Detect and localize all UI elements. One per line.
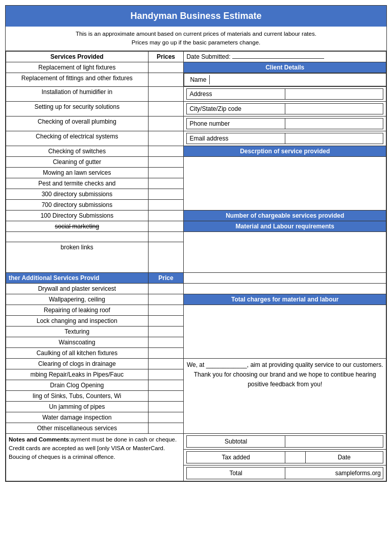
row-gutter: Cleaning of gutter [6,156,386,167]
service-100dir: 100 Directory Submissions [6,210,149,221]
description-header: Descrption of service provided [184,146,386,156]
service-wainscoating: Wainscoating [6,337,149,347]
client-details-header: Client Details [184,62,386,73]
city-value[interactable] [285,103,383,114]
service-300dir: 300 directory submissions [6,189,149,199]
price-pest[interactable] [148,178,184,189]
row-roof: Repairing of leaking roof [6,305,386,315]
service-clogs: Clearing of clogs in drainage [6,358,149,369]
phone-value[interactable] [285,118,383,129]
address-value[interactable] [285,88,383,99]
service-plumbing: Checking of overall plumbing [6,116,149,131]
subtotal-label: Subtotal [187,435,285,447]
price-plumbing[interactable] [148,116,184,131]
service-unjam: Un jamming of pipes [6,401,149,412]
service-water-damage: Water damage inspection [6,412,149,423]
price-light-fixtures[interactable] [148,62,184,73]
price-misc[interactable] [148,423,184,433]
row-fittings: Replacement of fittings and other fixtur… [6,73,386,86]
tax-cell: Tax added Date [184,449,386,465]
price-lock[interactable] [148,315,184,326]
price-plumbing-repair[interactable] [148,369,184,380]
price-switches[interactable] [148,146,184,156]
price-mowing[interactable] [148,167,184,178]
price-empty[interactable] [148,231,184,242]
price-clogs[interactable] [148,358,184,369]
email-value[interactable] [285,133,383,144]
price-100dir[interactable] [148,210,184,221]
client-name-row: Name [184,73,386,86]
price-social[interactable] [148,221,184,231]
notes-label: Notes and Comments [9,436,69,442]
price-drain[interactable] [148,380,184,390]
price-broken-links[interactable] [148,242,184,272]
service-security: Setting up for security solutions [6,101,149,116]
service-light-fixtures: Replacement of light fixtures [6,62,149,73]
client-address-row: Address [184,86,386,101]
tax-value[interactable] [285,451,305,463]
service-gutter: Cleaning of gutter [6,156,149,167]
row-security: Setting up for security solutions City/S… [6,101,386,116]
price-texturing[interactable] [148,326,184,337]
price-fittings[interactable] [148,73,184,86]
prices-column-header: Prices [148,51,184,62]
service-electrical: Checking of electrical systems [6,131,149,146]
chargeable-header: Number of chargeable services provided [184,210,386,221]
tax-label: Tax added [187,451,285,463]
price-drywall[interactable] [148,283,184,294]
date-submitted-cell: Date Submitted: [184,51,386,62]
price-water-damage[interactable] [148,412,184,423]
row-plumbing: Checking of overall plumbing Phone numbe… [6,116,386,131]
price-wallpaper[interactable] [148,294,184,305]
column-header-row: Services Provided Prices Date Submitted: [6,51,386,62]
price-caulking[interactable] [148,347,184,358]
page-title: Handyman Business Estimate [6,6,386,27]
additional-services-header: ther Additional Services Provid [6,272,149,283]
description-area[interactable] [184,156,386,210]
price-humidifier[interactable] [148,86,184,101]
row-clogs: Clearing of clogs in drainage We, at ___… [6,358,386,369]
service-wallpaper: Wallpapering, ceiling [6,294,149,305]
row-empty [6,231,386,242]
service-pest: Pest and termite checks and [6,178,149,189]
price-300dir[interactable] [148,189,184,199]
price-700dir[interactable] [148,199,184,210]
price-roof[interactable] [148,305,184,315]
service-texturing: Texturing [6,326,149,337]
service-mowing: Mowing an lawn services [6,167,149,178]
service-broken-links: broken links [6,242,149,272]
service-roof: Repairing of leaking roof [6,305,149,315]
notes-cell: Notes and Comments:ayment must be done i… [6,433,184,481]
price-electrical[interactable] [148,131,184,146]
service-humidifier: Installation of humidifier in [6,86,149,101]
disclaimer: This is an approximate amount based on c… [6,27,386,51]
price-wainscoating[interactable] [148,337,184,347]
service-fittings: Replacement of fittings and other fixtur… [6,73,149,86]
additional-right-empty [184,272,386,283]
price-gutter[interactable] [148,156,184,167]
total-cell: Total sampleforms.org [184,465,386,481]
service-drywall: Drywall and plaster servicest [6,283,149,294]
email-label: Email address [187,133,285,144]
service-lock: Lock changing and inspection [6,315,149,326]
price-sinks[interactable] [148,390,184,401]
subtotal-value[interactable] [285,435,383,447]
service-caulking: Caulking of all kitchen fixtures [6,347,149,358]
total-charges-area[interactable] [184,305,386,358]
material-area[interactable] [184,231,386,272]
client-phone-row: Phone number [184,116,386,131]
disclaimer-line2: Prices may go up if the basic parameters… [11,38,381,47]
price-security[interactable] [148,101,184,116]
row-light-fixtures: Replacement of light fixtures Client Det… [6,62,386,73]
sampleforms-label: sampleforms.org [285,467,383,479]
price-unjam[interactable] [148,401,184,412]
date-submitted-value[interactable] [232,58,324,59]
name-label: Name [187,75,209,84]
services-column-header: Services Provided [6,51,149,62]
row-electrical: Checking of electrical systems Email add… [6,131,386,146]
phone-label: Phone number [187,118,285,129]
additional-price-header: Price [148,272,184,283]
address-label: Address [187,88,285,99]
row-wallpaper: Wallpapering, ceiling Total charges for … [6,294,386,305]
name-value[interactable] [209,75,383,84]
